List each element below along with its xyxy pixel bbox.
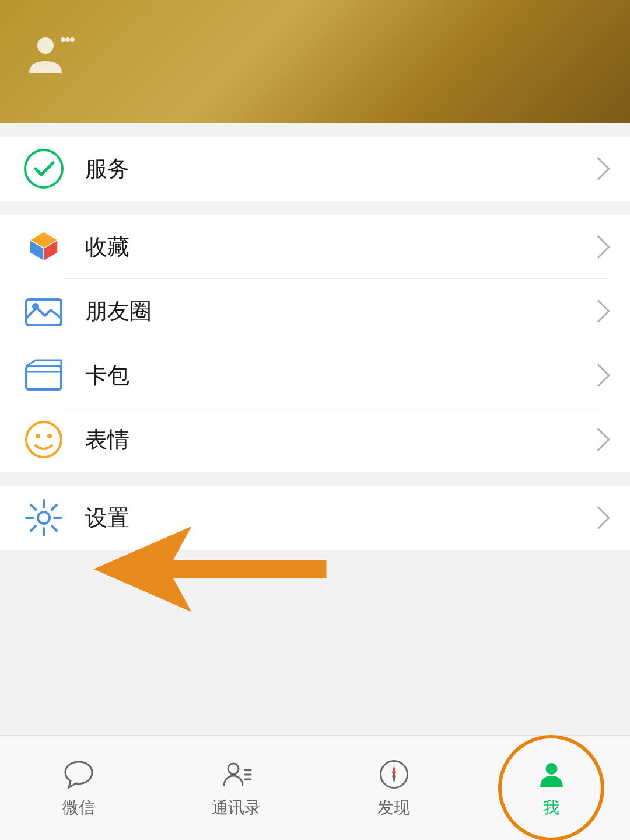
contacts-icon	[219, 757, 254, 792]
menu-group-1: 服务	[0, 137, 630, 201]
header-banner	[0, 0, 630, 123]
tab-label-wo: 我	[543, 797, 559, 819]
menu-label-shoucang: 收藏	[85, 232, 590, 262]
svg-point-16	[26, 422, 61, 457]
chevron-shoucang	[587, 235, 610, 259]
gap-1	[0, 201, 630, 215]
tab-bar: 微信 通讯录 发现	[0, 735, 630, 840]
svg-point-4	[25, 150, 62, 187]
svg-point-17	[36, 434, 40, 438]
menu-item-shoucang[interactable]: 收藏	[0, 215, 630, 279]
chevron-kabao	[587, 364, 610, 387]
tab-item-tongxunlu[interactable]: 通讯录	[158, 736, 315, 840]
service-icon	[23, 148, 64, 189]
emoji-icon	[23, 419, 64, 460]
profile-icon	[534, 757, 569, 792]
moments-icon	[23, 291, 64, 332]
svg-point-14	[32, 303, 39, 310]
menu-item-kabao[interactable]: 卡包	[0, 343, 630, 407]
menu-label-shezhi: 设置	[85, 503, 590, 533]
wallet-icon	[23, 355, 64, 396]
svg-point-1	[61, 37, 65, 42]
gap-2	[0, 472, 630, 486]
chevron-shezhi	[587, 506, 610, 529]
svg-point-19	[38, 512, 50, 524]
menu-label-pengyouquan: 朋友圈	[85, 297, 590, 326]
menu-group-2: 收藏 朋友圈 卡包	[0, 215, 630, 472]
svg-point-2	[65, 37, 70, 42]
menu-label-kabao: 卡包	[85, 361, 590, 391]
chevron-biaoqing	[587, 428, 610, 451]
svg-line-24	[31, 505, 36, 510]
tab-item-wo[interactable]: 我	[473, 736, 630, 840]
tab-label-weixin: 微信	[62, 797, 95, 819]
menu-item-shezhi[interactable]: 设置	[0, 486, 630, 550]
chat-icon	[61, 757, 96, 792]
bookmark-icon	[23, 226, 64, 267]
svg-line-27	[31, 526, 36, 531]
chevron-fuwu	[587, 157, 610, 180]
settings-icon	[23, 497, 64, 538]
svg-rect-15	[26, 366, 61, 389]
tab-label-faxian: 发现	[377, 797, 410, 819]
svg-line-25	[52, 526, 57, 531]
gap-after-header	[0, 123, 630, 137]
svg-point-3	[70, 37, 75, 42]
menu-group-3: 设置	[0, 486, 630, 550]
svg-point-29	[228, 764, 239, 774]
menu-label-fuwu: 服务	[85, 154, 590, 184]
tab-label-tongxunlu: 通讯录	[212, 797, 261, 819]
tab-item-faxian[interactable]: 发现	[315, 736, 473, 840]
tab-item-weixin[interactable]: 微信	[0, 736, 158, 840]
svg-point-18	[47, 434, 52, 438]
discover-icon	[376, 757, 411, 792]
header-logo	[23, 29, 76, 82]
svg-point-35	[545, 763, 557, 775]
svg-point-0	[37, 37, 54, 54]
menu-item-pengyouquan[interactable]: 朋友圈	[0, 279, 630, 343]
svg-line-26	[52, 505, 57, 510]
menu-item-biaoqing[interactable]: 表情	[0, 407, 630, 472]
menu-label-biaoqing: 表情	[85, 425, 590, 455]
menu-item-fuwu[interactable]: 服务	[0, 137, 630, 201]
chevron-pengyouquan	[587, 299, 610, 323]
